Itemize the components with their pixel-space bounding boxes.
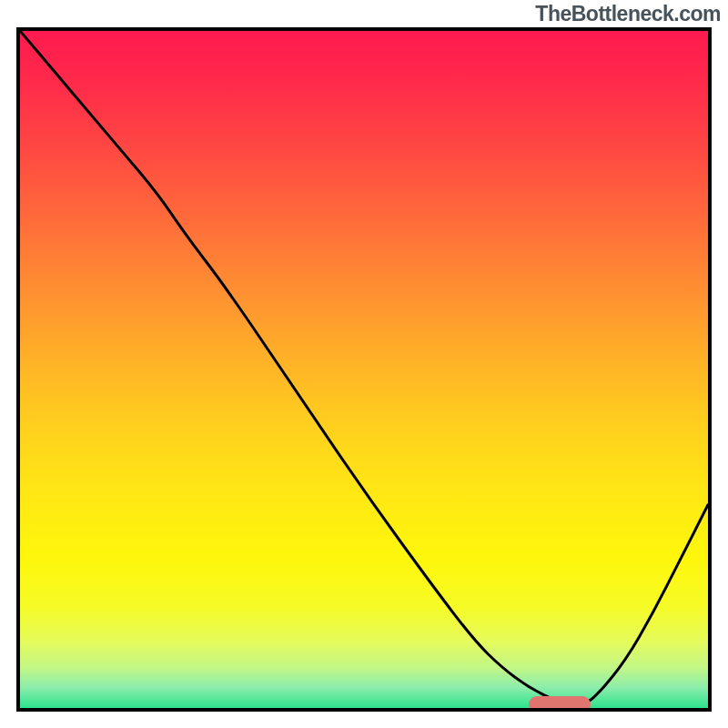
chart-container: TheBottleneck.com [0,0,728,728]
watermark-text: TheBottleneck.com [535,2,721,26]
chart-frame [16,27,712,712]
optimal-range-marker [529,696,591,712]
curve-layer [20,31,708,708]
bottleneck-curve [20,31,708,704]
